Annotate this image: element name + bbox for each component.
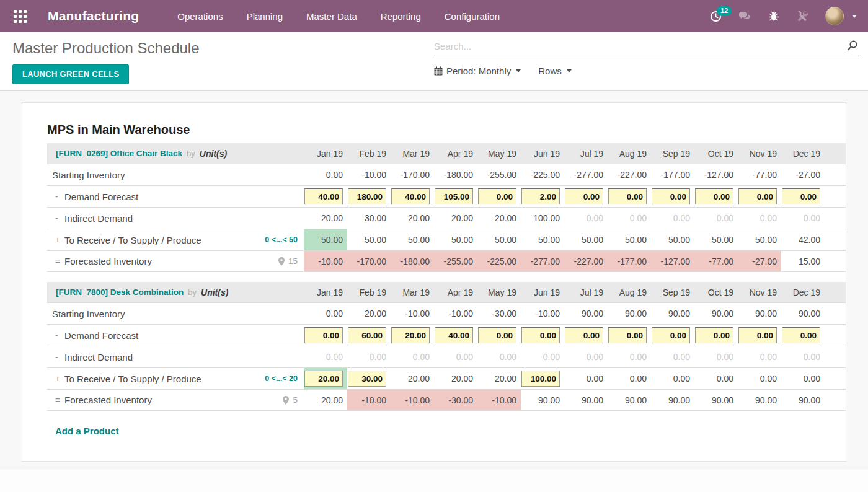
demand-forecast-input[interactable] bbox=[565, 327, 603, 343]
demand-forecast-input[interactable] bbox=[695, 327, 733, 343]
demand-forecast-input[interactable] bbox=[782, 327, 820, 343]
demand-forecast-input[interactable] bbox=[652, 327, 690, 343]
demand-forecast-input[interactable] bbox=[738, 188, 777, 204]
mps-cell: -27.00 bbox=[738, 251, 781, 271]
demand-forecast-input[interactable] bbox=[608, 188, 647, 204]
content-area: MPS in Main Warehouse [FURN_0269] Office… bbox=[0, 91, 868, 470]
mps-cell: -127.00 bbox=[694, 164, 738, 185]
search-input[interactable] bbox=[434, 41, 846, 51]
bug-icon[interactable] bbox=[768, 11, 779, 22]
mps-cell bbox=[304, 368, 347, 389]
tools-icon[interactable] bbox=[796, 10, 808, 22]
month-header: May 19 bbox=[477, 143, 521, 164]
demand-forecast-input[interactable] bbox=[782, 188, 820, 204]
to-replenish-input[interactable] bbox=[521, 371, 560, 387]
demand-forecast-input[interactable] bbox=[391, 188, 430, 204]
demand-forecast-input[interactable] bbox=[435, 327, 473, 343]
demand-forecast-input[interactable] bbox=[348, 188, 386, 204]
demand-forecast-input[interactable] bbox=[695, 188, 733, 204]
mps-cell: -225.00 bbox=[477, 251, 521, 271]
demand-forecast-input[interactable] bbox=[652, 188, 690, 204]
cell-value: 15.00 bbox=[799, 257, 820, 266]
nav-menu-reporting[interactable]: Reporting bbox=[381, 11, 421, 22]
demand-forecast-input[interactable] bbox=[608, 327, 647, 343]
mps-cell: -10.00 bbox=[391, 303, 434, 324]
mps-cell: 20.00 bbox=[304, 390, 347, 410]
demand-forecast-input[interactable] bbox=[348, 327, 386, 343]
mps-cell: 20.00 bbox=[347, 303, 391, 324]
mps-cell bbox=[477, 325, 521, 346]
cell-value: 0.00 bbox=[717, 213, 733, 223]
mps-cell: 20.00 bbox=[477, 368, 521, 389]
mps-cell bbox=[694, 186, 738, 207]
mps-cell bbox=[564, 325, 608, 346]
cell-value: 20.00 bbox=[408, 213, 430, 223]
to-replenish-input[interactable] bbox=[348, 371, 386, 387]
demand-forecast-input[interactable] bbox=[304, 188, 343, 204]
row-label-text: To Receive / To Supply / Produce bbox=[64, 235, 202, 245]
nav-menu-operations[interactable]: Operations bbox=[177, 11, 223, 22]
row-operator-symbol: = bbox=[55, 257, 64, 266]
activity-clock-icon[interactable]: 12 bbox=[710, 11, 722, 22]
messages-chat-icon[interactable] bbox=[738, 11, 751, 22]
demand-forecast-input[interactable] bbox=[391, 327, 430, 343]
cell-value: 0.00 bbox=[630, 374, 647, 384]
cell-value: 90.00 bbox=[582, 309, 603, 318]
mps-cell: -30.00 bbox=[434, 390, 477, 410]
cell-value: 0.00 bbox=[804, 213, 820, 223]
cell-value: -10.00 bbox=[405, 395, 430, 405]
by-label: by bbox=[188, 288, 197, 297]
demand-forecast-input[interactable] bbox=[521, 188, 560, 204]
demand-forecast-input[interactable] bbox=[478, 327, 516, 343]
mps-cell: -30.00 bbox=[477, 303, 521, 324]
mps-cell: 90.00 bbox=[694, 303, 738, 324]
apps-menu-icon[interactable] bbox=[14, 10, 27, 23]
mps-table: [FURN_0269] Office Chair BlackbyUnit(s)J… bbox=[47, 143, 846, 411]
nav-menu-master-data[interactable]: Master Data bbox=[306, 11, 357, 22]
month-header: Oct 19 bbox=[694, 143, 738, 164]
demand-forecast-input[interactable] bbox=[521, 327, 560, 343]
demand-forecast-input[interactable] bbox=[565, 188, 603, 204]
mps-card: MPS in Main Warehouse [FURN_0269] Office… bbox=[22, 102, 846, 462]
row-label-text: Forecasted Inventory bbox=[64, 256, 152, 266]
month-header: Apr 19 bbox=[434, 282, 477, 302]
mps-cell: 90.00 bbox=[608, 390, 651, 410]
product-name-link[interactable]: [FURN_7800] Desk Combination bbox=[56, 288, 184, 297]
nav-menu-configuration[interactable]: Configuration bbox=[445, 11, 500, 22]
nav-menu-planning[interactable]: Planning bbox=[247, 11, 283, 22]
cell-value: -10.00 bbox=[361, 395, 386, 405]
month-header: Nov 19 bbox=[738, 143, 781, 164]
mps-cell: -177.00 bbox=[651, 164, 694, 185]
product-name-link[interactable]: [FURN_0269] Office Chair Black bbox=[56, 149, 182, 158]
search-bar bbox=[434, 40, 859, 55]
to-replenish-input[interactable] bbox=[304, 371, 343, 387]
mps-cell: 90.00 bbox=[694, 390, 738, 410]
mps-cell: 0.00 bbox=[738, 368, 781, 389]
cell-value: 20.00 bbox=[365, 309, 386, 318]
mps-cell: 20.00 bbox=[477, 208, 521, 229]
period-filter[interactable]: Period: Monthly bbox=[434, 66, 521, 76]
user-menu[interactable] bbox=[825, 7, 844, 25]
search-magnifier-icon[interactable] bbox=[846, 40, 859, 52]
row-label-text: Demand Forecast bbox=[64, 191, 138, 202]
product-section: [FURN_0269] Office Chair BlackbyUnit(s)J… bbox=[47, 143, 846, 272]
mps-cell: 90.00 bbox=[781, 303, 825, 324]
demand-forecast-input[interactable] bbox=[738, 327, 777, 343]
rows-caret-icon bbox=[567, 69, 572, 75]
add-product-link[interactable]: Add a Product bbox=[55, 426, 119, 436]
cell-value: -255.00 bbox=[487, 170, 516, 180]
mps-cell: 0.00 bbox=[738, 208, 781, 229]
mps-cell: 0.00 bbox=[651, 368, 694, 389]
cell-value: -77.00 bbox=[752, 170, 777, 180]
demand-forecast-input[interactable] bbox=[304, 327, 343, 343]
cell-value: -27.00 bbox=[752, 257, 777, 266]
user-menu-caret-icon[interactable] bbox=[852, 15, 857, 20]
demand-forecast-input[interactable] bbox=[435, 188, 473, 204]
mps-cell bbox=[347, 368, 391, 389]
demand-forecast-input[interactable] bbox=[478, 188, 516, 204]
cell-value: 0.00 bbox=[413, 352, 430, 362]
row-indicator bbox=[267, 303, 304, 324]
launch-green-cells-button[interactable]: LAUNCH GREEN CELLS bbox=[12, 64, 129, 84]
rows-filter[interactable]: Rows bbox=[538, 66, 572, 76]
product-section: [FURN_7800] Desk CombinationbyUnit(s)Jan… bbox=[47, 282, 846, 411]
